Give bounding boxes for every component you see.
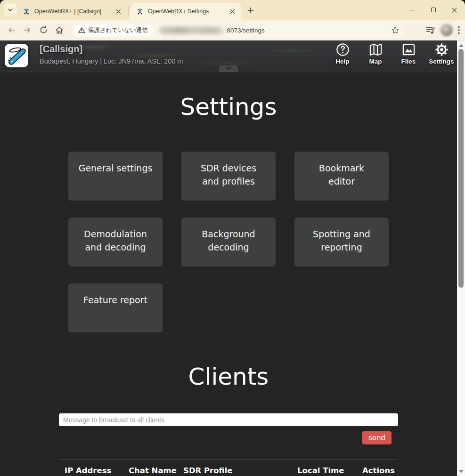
tab-close-icon[interactable] bbox=[228, 7, 237, 16]
minimize-button[interactable] bbox=[401, 0, 423, 20]
maximize-icon bbox=[431, 7, 436, 13]
tile-sdr-devices[interactable]: SDR devices and profiles bbox=[181, 152, 276, 201]
settings-gear-icon bbox=[434, 42, 449, 57]
nav-item-files[interactable]: Files bbox=[396, 42, 421, 65]
owrx-header: [Callsign] Budapest, Hungary | Loc: JN97… bbox=[0, 40, 465, 72]
tile-label-line: SDR devices bbox=[181, 161, 276, 175]
nav-item-map[interactable]: Map bbox=[363, 42, 388, 65]
media-controls-button[interactable] bbox=[426, 26, 436, 34]
home-button[interactable] bbox=[52, 23, 67, 38]
tile-label-line: reporting bbox=[294, 241, 389, 254]
tile-background-decoding[interactable]: Background decoding bbox=[181, 218, 276, 266]
window-controls bbox=[401, 0, 465, 20]
home-icon bbox=[55, 25, 64, 35]
page-viewport: [Callsign] Budapest, Hungary | Loc: JN97… bbox=[0, 40, 465, 476]
col-ip-address: IP Address bbox=[59, 466, 123, 475]
tab-strip: OpenWebRX+ | [Callsign] OpenWebRX+ Setti… bbox=[0, 0, 465, 20]
tile-spotting-reporting[interactable]: Spotting and reporting bbox=[294, 218, 389, 266]
browser-menu-button[interactable] bbox=[457, 26, 460, 34]
plus-icon bbox=[247, 7, 254, 14]
forward-arrow-icon bbox=[23, 25, 32, 35]
clients-heading: Clients bbox=[0, 362, 457, 392]
minimize-icon bbox=[409, 7, 415, 13]
browser-toolbar: 保護されていない通信 :8073/settings bbox=[0, 20, 465, 40]
tab-divider bbox=[128, 6, 129, 15]
tab-close-icon[interactable] bbox=[114, 7, 122, 16]
toolbar-right-group bbox=[426, 20, 460, 40]
broadcast-message-input[interactable] bbox=[59, 413, 398, 426]
tile-label-line: Background bbox=[181, 227, 276, 241]
chevron-down-icon bbox=[7, 7, 14, 13]
map-icon bbox=[368, 42, 383, 57]
nav-item-settings[interactable]: Settings bbox=[429, 42, 454, 65]
tile-bookmark-editor[interactable]: Bookmark editor bbox=[294, 152, 389, 201]
maximize-button[interactable] bbox=[423, 0, 444, 20]
tile-label-line: editor bbox=[294, 175, 389, 188]
nav-label: Map bbox=[369, 58, 382, 65]
security-label: 保護されていない通信 bbox=[88, 26, 148, 34]
url-path: :8073/settings bbox=[225, 27, 391, 34]
col-local-time: Local Time bbox=[292, 466, 357, 475]
tile-label-line: and profiles bbox=[181, 175, 276, 188]
owrx-logo[interactable] bbox=[5, 44, 28, 67]
tile-demodulation-decoding[interactable]: Demodulation and decoding bbox=[68, 218, 163, 266]
tile-label-line: Bookmark bbox=[294, 161, 389, 175]
clients-table-header: IP Address Chat Name SDR Profile Local T… bbox=[59, 460, 398, 475]
new-tab-button[interactable] bbox=[245, 5, 256, 16]
send-button[interactable]: send bbox=[362, 431, 392, 444]
nav-item-help[interactable]: Help bbox=[330, 42, 355, 65]
tile-label-line: Demodulation bbox=[68, 227, 163, 241]
tab-openwebrx-main[interactable]: OpenWebRX+ | [Callsign] bbox=[17, 3, 127, 20]
forward-button[interactable] bbox=[20, 23, 35, 38]
openwebrx-favicon-icon bbox=[136, 8, 144, 15]
nav-label: Settings bbox=[429, 58, 454, 65]
address-bar[interactable]: 保護されていない通信 :8073/settings bbox=[71, 23, 404, 38]
page-scrollbar[interactable] bbox=[457, 40, 465, 476]
tile-label-line: and decoding bbox=[68, 241, 163, 254]
help-icon bbox=[335, 42, 350, 57]
reload-icon bbox=[39, 25, 48, 34]
receiver-callsign: [Callsign] bbox=[40, 44, 183, 55]
owrx-titles: [Callsign] Budapest, Hungary | Loc: JN97… bbox=[40, 44, 183, 65]
tile-feature-report[interactable]: Feature report bbox=[68, 283, 163, 332]
back-button[interactable] bbox=[4, 23, 19, 38]
back-arrow-icon bbox=[7, 25, 16, 35]
scrollbar-up-arrow[interactable] bbox=[457, 41, 465, 49]
kebab-menu-icon bbox=[457, 26, 460, 34]
files-icon bbox=[401, 42, 416, 57]
tab-search-button[interactable] bbox=[4, 3, 17, 16]
media-playlist-icon bbox=[426, 26, 436, 34]
col-chat-name: Chat Name bbox=[123, 466, 178, 475]
tab-openwebrx-settings[interactable]: OpenWebRX+ Settings bbox=[131, 3, 241, 20]
send-row: send bbox=[59, 431, 398, 444]
tile-general-settings[interactable]: General settings bbox=[68, 152, 163, 201]
reload-button[interactable] bbox=[36, 23, 51, 38]
broadcast-form: send bbox=[59, 413, 398, 444]
close-window-button[interactable] bbox=[444, 0, 465, 20]
star-icon bbox=[391, 26, 400, 34]
header-collapse-toggle[interactable] bbox=[219, 65, 238, 72]
redacted-host bbox=[159, 27, 223, 34]
nav-label: Files bbox=[401, 58, 416, 65]
openwebrx-favicon-icon bbox=[23, 8, 30, 15]
chevron-down-icon bbox=[225, 67, 232, 70]
settings-tiles: General settings SDR devices and profile… bbox=[68, 152, 389, 332]
tile-label-line: Spotting and bbox=[294, 227, 389, 241]
receiver-location: Budapest, Hungary | Loc: JN97ma, ASL: 20… bbox=[40, 57, 183, 65]
tab-title: OpenWebRX+ Settings bbox=[148, 8, 228, 15]
settings-heading: Settings bbox=[0, 92, 457, 122]
col-actions: Actions bbox=[357, 466, 398, 475]
bookmark-star-button[interactable] bbox=[391, 26, 400, 34]
security-chip[interactable]: 保護されていない通信 bbox=[74, 24, 154, 36]
warning-icon bbox=[78, 27, 85, 33]
tile-label-line: decoding bbox=[181, 241, 276, 254]
tile-label-line: General settings bbox=[68, 161, 163, 175]
close-icon bbox=[451, 7, 457, 13]
owrx-nav: Help Map Files bbox=[330, 42, 454, 65]
nav-label: Help bbox=[335, 58, 349, 65]
tile-label-line: Feature report bbox=[68, 293, 163, 307]
profile-avatar[interactable] bbox=[441, 24, 453, 36]
scrollbar-thumb[interactable] bbox=[458, 49, 464, 288]
scrollbar-down-arrow[interactable] bbox=[457, 468, 465, 475]
browser-window: OpenWebRX+ | [Callsign] OpenWebRX+ Setti… bbox=[0, 0, 465, 476]
